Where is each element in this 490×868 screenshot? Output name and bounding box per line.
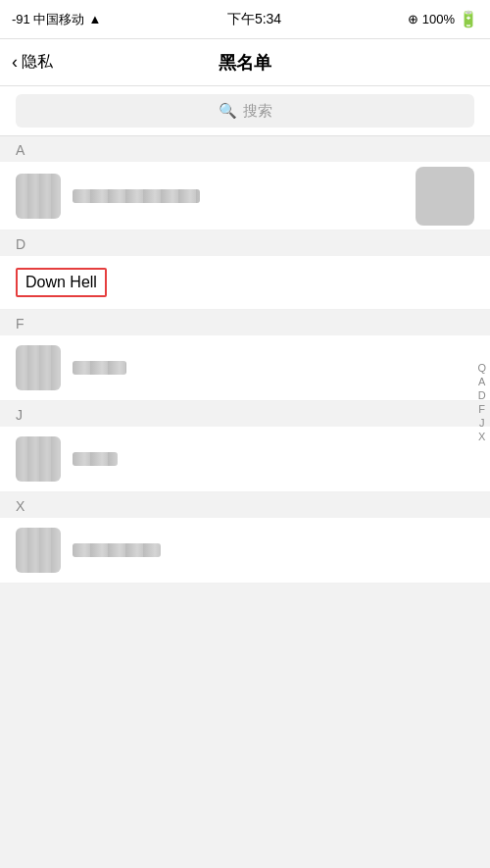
section-header-x: X (0, 492, 490, 518)
alpha-f[interactable]: F (478, 404, 485, 415)
battery-text: 100% (422, 12, 455, 26)
section-header-a: A (0, 136, 490, 162)
page-title: 黑名单 (219, 51, 271, 75)
search-icon: 🔍 (219, 102, 237, 120)
contact-name-f1 (73, 361, 126, 375)
location-icon: ⊕ (408, 12, 418, 26)
alpha-x[interactable]: X (478, 432, 485, 442)
alpha-index: Q A D F J X (477, 363, 486, 442)
avatar-x1 (16, 528, 61, 573)
contact-list-x (0, 518, 490, 584)
search-placeholder: 搜索 (243, 102, 272, 121)
large-avatar-a1 (416, 167, 474, 226)
contact-list-f (0, 335, 490, 401)
contact-item-j1[interactable] (0, 427, 490, 492)
contact-item-f1[interactable] (0, 335, 490, 401)
section-header-f: F (0, 310, 490, 335)
alpha-j[interactable]: J (479, 418, 485, 429)
back-arrow-icon: ‹ (12, 52, 18, 73)
status-right-area: ⊕ 100% 🔋 (408, 10, 478, 28)
alpha-q[interactable]: Q (477, 363, 486, 374)
search-container: 🔍 搜索 (0, 86, 490, 136)
avatar-a1 (16, 174, 61, 219)
back-label: 隐私 (22, 52, 53, 73)
alpha-d[interactable]: D (478, 390, 486, 401)
section-header-d: D (0, 230, 490, 256)
contact-item-a1[interactable] (0, 162, 490, 230)
contact-name-x1 (73, 543, 161, 557)
status-carrier: -91 中国移动 ▲ (12, 11, 101, 28)
contact-name-a1 (73, 189, 200, 203)
contact-list-a (0, 162, 490, 230)
avatar-f1 (16, 345, 61, 390)
wifi-icon: ▲ (88, 12, 101, 26)
battery-icon: 🔋 (459, 10, 478, 28)
contact-name-j1 (73, 452, 118, 466)
contact-list-d: Down Hell (0, 256, 490, 310)
contact-name-d1: Down Hell (16, 268, 107, 297)
contact-list-j (0, 427, 490, 492)
section-header-j: J (0, 401, 490, 427)
back-button[interactable]: ‹ 隐私 (12, 52, 53, 73)
avatar-j1 (16, 436, 61, 482)
contact-item-x1[interactable] (0, 518, 490, 584)
contact-item-d1[interactable]: Down Hell (0, 256, 490, 310)
alpha-a[interactable]: A (478, 377, 485, 387)
carrier-text: -91 中国移动 (12, 11, 84, 28)
navigation-bar: ‹ 隐私 黑名单 (0, 39, 490, 86)
search-bar[interactable]: 🔍 搜索 (16, 94, 474, 128)
status-bar: -91 中国移动 ▲ 下午5:34 ⊕ 100% 🔋 (0, 0, 490, 39)
status-time: 下午5:34 (227, 11, 281, 28)
